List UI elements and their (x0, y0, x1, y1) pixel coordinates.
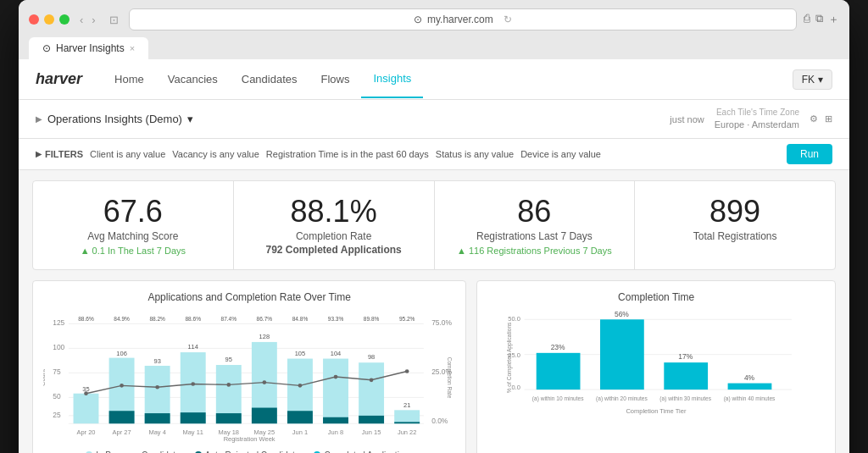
svg-text:114: 114 (187, 343, 198, 351)
filter-registration[interactable]: Registration Time is in the past 60 days (266, 149, 429, 159)
filter-status[interactable]: Status is any value (436, 149, 514, 159)
browser-nav-arrows: ‹ › (76, 12, 99, 28)
dashboard-name: Operations Insights (Demo) (47, 113, 182, 125)
tab-close-icon[interactable]: × (130, 43, 135, 53)
svg-text:Completion Time Tier: Completion Time Tier (626, 407, 687, 415)
svg-rect-22 (145, 413, 170, 423)
filter-device[interactable]: Device is any value (520, 149, 601, 159)
filter-vacancy[interactable]: Vacancy is any value (172, 149, 259, 159)
completion-time-svg: 50.0 25.0 0.0 % of Completed Application… (487, 310, 825, 445)
svg-rect-30 (216, 413, 242, 423)
svg-rect-14 (74, 394, 99, 424)
svg-text:75: 75 (53, 367, 61, 376)
svg-text:88.2%: 88.2% (149, 316, 165, 322)
svg-text:Apr 27: Apr 27 (113, 428, 131, 436)
nav-item-flows[interactable]: Flows (309, 61, 362, 97)
main-nav: Home Vacancies Candidates Flows Insights (103, 60, 793, 98)
back-arrow[interactable]: ‹ (76, 12, 86, 28)
svg-point-54 (120, 384, 124, 388)
svg-text:95.2%: 95.2% (399, 316, 415, 322)
maximize-button[interactable] (59, 14, 70, 25)
refresh-icon[interactable]: ↻ (504, 14, 512, 25)
svg-text:Completion Rate: Completion Rate (446, 357, 453, 399)
sub-header: ▶ Operations Insights (Demo) ▾ just now … (19, 100, 849, 139)
svg-text:88.6%: 88.6% (78, 316, 94, 322)
timezone-info: Each Tile's Time Zone Europe · Amsterdam (715, 107, 799, 131)
timezone-label: Each Tile's Time Zone (715, 107, 799, 119)
charts-row: Applications and Completion Rate Over Ti… (19, 280, 849, 453)
lock-icon: ⊙ (414, 14, 422, 25)
copy-icon[interactable]: ⧉ (815, 12, 823, 27)
svg-text:88.6%: 88.6% (185, 316, 201, 322)
browser-tab[interactable]: ⊙ Harver Insights × (29, 37, 148, 59)
metric-card-registrations: 86 Registrations Last 7 Days ▲ 116 Regis… (435, 181, 636, 269)
bar-chart-applications: 125 100 75 50 25 75.0% 25.0% 0.0% (43, 310, 455, 445)
svg-rect-18 (109, 411, 135, 423)
svg-text:4%: 4% (744, 373, 755, 382)
completion-chart-container: 50.0 25.0 0.0 % of Completed Application… (487, 310, 825, 445)
svg-rect-46 (359, 416, 384, 423)
grid-icon[interactable]: ⊞ (825, 113, 832, 124)
traffic-lights (29, 14, 70, 25)
settings-icon[interactable]: ⚙ (810, 113, 818, 124)
svg-point-62 (405, 369, 409, 373)
metric-card-matching: 67.6 Avg Matching Score ▲ 0.1 In The Las… (33, 181, 234, 269)
nav-item-vacancies[interactable]: Vacancies (156, 61, 230, 97)
nav-item-home[interactable]: Home (103, 61, 156, 97)
dashboard-dropdown-icon: ▾ (187, 113, 193, 125)
dashboard-selector[interactable]: ▶ Operations Insights (Demo) ▾ (36, 113, 193, 125)
metric-value-matching: 67.6 (50, 195, 216, 229)
svg-text:105: 105 (295, 350, 305, 357)
metric-value-completion: 88.1% (251, 195, 417, 229)
svg-text:Apr 20: Apr 20 (76, 428, 95, 436)
svg-text:87.4%: 87.4% (221, 316, 237, 322)
svg-point-61 (370, 378, 374, 382)
window-icon: ⊡ (106, 12, 122, 28)
svg-text:0.0%: 0.0% (431, 417, 448, 425)
browser-titlebar: ‹ › ⊡ ⊙ my.harver.com ↻ ⎙ ⧉ ＋ (29, 8, 839, 30)
svg-text:% of Completed Applications: % of Completed Applications (506, 322, 513, 393)
nav-item-insights[interactable]: Insights (361, 60, 423, 98)
svg-text:56%: 56% (615, 310, 629, 318)
dashboard-arrow-icon: ▶ (36, 114, 42, 124)
svg-text:21: 21 (403, 401, 410, 409)
chart-applications-title: Applications and Completion Rate Over Ti… (43, 291, 455, 303)
svg-point-58 (263, 380, 267, 384)
svg-rect-41 (323, 359, 348, 424)
minimize-button[interactable] (44, 14, 54, 25)
svg-text:(a) within 40 minutes: (a) within 40 minutes (724, 395, 776, 402)
svg-text:50: 50 (53, 392, 61, 401)
user-badge[interactable]: FK ▾ (793, 69, 832, 90)
metric-label-completion: Completion Rate (251, 230, 417, 242)
app-header: harver Home Vacancies Candidates Flows I… (19, 59, 849, 100)
svg-rect-42 (323, 417, 348, 423)
svg-text:125: 125 (53, 318, 64, 327)
forward-arrow[interactable]: › (88, 12, 98, 28)
svg-text:93: 93 (153, 357, 160, 365)
nav-item-candidates[interactable]: Candidates (230, 61, 309, 97)
filter-client[interactable]: Client is any value (90, 149, 165, 159)
svg-rect-89 (728, 384, 772, 390)
svg-point-60 (334, 375, 338, 379)
svg-text:(a) within 10 minutes: (a) within 10 minutes (532, 395, 584, 402)
metric-label-registrations: Registrations Last 7 Days (452, 230, 618, 242)
svg-text:Jun 15: Jun 15 (362, 428, 381, 436)
svg-text:95: 95 (225, 356, 232, 363)
metric-card-completion: 88.1% Completion Rate 792 Completed Appl… (234, 181, 435, 269)
tab-label: Harver Insights (56, 42, 125, 54)
svg-text:89.8%: 89.8% (364, 316, 380, 322)
svg-text:0.0: 0.0 (512, 384, 520, 391)
run-button[interactable]: Run (787, 144, 832, 164)
svg-rect-34 (252, 408, 277, 424)
tab-favicon: ⊙ (42, 42, 51, 54)
app-logo: harver (36, 70, 82, 88)
share-icon[interactable]: ⎙ (804, 12, 810, 27)
timezone-value: Europe · Amsterdam (715, 119, 799, 131)
add-tab-icon[interactable]: ＋ (828, 12, 839, 27)
browser-chrome: ‹ › ⊡ ⊙ my.harver.com ↻ ⎙ ⧉ ＋ ⊙ Harver I… (19, 0, 849, 59)
svg-text:May 11: May 11 (182, 428, 203, 436)
svg-text:100: 100 (53, 343, 64, 351)
svg-text:(a) within 20 minutes: (a) within 20 minutes (596, 395, 648, 402)
close-button[interactable] (29, 14, 39, 25)
address-bar[interactable]: ⊙ my.harver.com ↻ (129, 8, 797, 30)
